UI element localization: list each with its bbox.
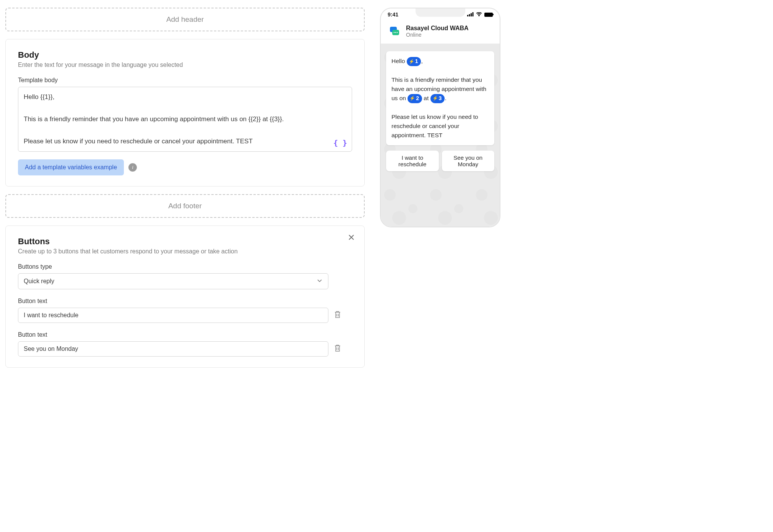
phone-preview: 9:41 [380,8,500,227]
chevron-down-icon [317,277,323,285]
svg-rect-2 [471,13,472,17]
bolt-icon: ⚡ [432,95,438,102]
template-body-label: Template body [18,77,352,84]
buttons-type-select[interactable]: Quick reply [18,273,328,289]
chat-background: Hello ⚡1, This is a friendly reminder th… [381,44,500,227]
msg-text: . [445,95,446,101]
template-body-input[interactable]: Hello {{1}}, This is a friendly reminder… [24,92,346,147]
svg-rect-1 [469,14,470,16]
svg-point-4 [479,15,480,16]
svg-point-8 [395,32,396,33]
close-icon[interactable] [348,234,355,243]
add-header-label: Add header [166,15,204,23]
trash-icon[interactable] [334,344,341,354]
body-subtitle: Enter the text for your message in the l… [18,62,352,68]
quick-reply-button[interactable]: I want to reschedule [386,151,439,171]
variable-pill-2: ⚡2 [408,94,422,103]
button-text-label-2: Button text [18,331,352,338]
button-text-input-2[interactable] [18,341,328,357]
signal-icon [467,11,474,18]
app-icon [388,24,401,38]
variable-pill-3: ⚡3 [430,94,445,103]
msg-text: , [421,58,422,64]
variable-pill-1: ⚡1 [407,57,421,66]
quick-reply-button[interactable]: See you on Monday [442,151,495,171]
msg-text: Please let us know if you need to resche… [391,112,489,140]
preview-app-header: Rasayel Cloud WABA Online [381,18,500,44]
svg-rect-3 [473,12,474,16]
body-title: Body [18,50,352,60]
message-bubble: Hello ⚡1, This is a friendly reminder th… [386,51,494,145]
bolt-icon: ⚡ [409,95,415,102]
svg-point-9 [397,32,398,33]
status-time: 9:41 [388,11,398,18]
buttons-subtitle: Create up to 3 buttons that let customer… [18,248,352,255]
wifi-icon [476,11,482,18]
body-card: Body Enter the text for your message in … [5,39,365,187]
bolt-icon: ⚡ [409,58,414,65]
buttons-card: Buttons Create up to 3 buttons that let … [5,225,365,368]
add-footer-label: Add footer [168,202,202,210]
info-icon[interactable]: i [128,163,137,172]
preview-app-status: Online [406,32,469,38]
msg-text: at [422,95,430,101]
trash-icon[interactable] [334,310,341,320]
svg-rect-0 [467,15,468,16]
variable-braces-icon[interactable]: { } [333,138,347,148]
preview-app-name: Rasayel Cloud WABA [406,25,469,32]
svg-point-7 [394,32,395,33]
battery-icon [484,13,493,17]
buttons-type-label: Buttons type [18,263,352,270]
buttons-title: Buttons [18,237,352,247]
phone-notch [416,8,465,17]
add-footer-button[interactable]: Add footer [5,194,365,218]
button-text-label-1: Button text [18,298,352,305]
msg-text: Hello [391,58,407,64]
add-template-vars-button[interactable]: Add a template variables example [18,159,124,175]
template-body-wrapper: Hello {{1}}, This is a friendly reminder… [18,87,352,152]
button-text-input-1[interactable] [18,308,328,323]
add-header-button[interactable]: Add header [5,8,365,31]
buttons-type-value: Quick reply [24,278,54,285]
